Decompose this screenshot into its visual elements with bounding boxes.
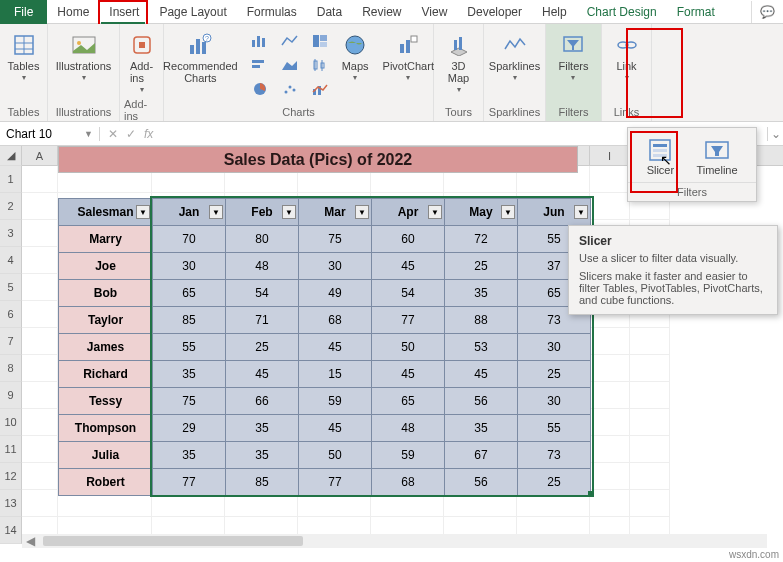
data-cell[interactable]: 72 <box>445 226 518 253</box>
salesman-cell[interactable]: Bob <box>59 280 153 307</box>
fx-icon[interactable]: fx <box>144 127 153 141</box>
cancel-fx-icon[interactable]: ✕ <box>108 127 118 141</box>
table-header[interactable]: Apr▼ <box>372 199 445 226</box>
grid-cell[interactable] <box>22 409 58 436</box>
name-box[interactable]: Chart 10 ▼ <box>0 127 100 141</box>
data-cell[interactable]: 35 <box>445 415 518 442</box>
data-cell[interactable]: 45 <box>372 361 445 388</box>
table-header[interactable]: Feb▼ <box>226 199 299 226</box>
table-header[interactable]: Jan▼ <box>153 199 226 226</box>
grid-cell[interactable] <box>22 220 58 247</box>
filters-button[interactable]: Filters <box>553 30 595 84</box>
link-button[interactable]: Link <box>608 30 646 84</box>
data-cell[interactable]: 55 <box>518 415 591 442</box>
data-cell[interactable]: 50 <box>372 334 445 361</box>
3dmap-button[interactable]: 3D Map <box>440 30 478 96</box>
grid-cell[interactable] <box>22 382 58 409</box>
salesman-cell[interactable]: James <box>59 334 153 361</box>
data-cell[interactable]: 77 <box>372 307 445 334</box>
grid-cell[interactable] <box>22 166 58 193</box>
row-header[interactable]: 5 <box>0 274 22 301</box>
filter-dropdown-icon[interactable]: ▼ <box>574 205 588 219</box>
data-cell[interactable]: 35 <box>445 280 518 307</box>
tab-help[interactable]: Help <box>532 0 577 24</box>
data-cell[interactable]: 50 <box>299 442 372 469</box>
grid-cell[interactable] <box>590 193 630 220</box>
grid-cell[interactable] <box>22 490 58 517</box>
stat-chart-icon[interactable] <box>306 54 334 76</box>
data-cell[interactable]: 67 <box>445 442 518 469</box>
data-cell[interactable]: 54 <box>372 280 445 307</box>
data-cell[interactable]: 75 <box>299 226 372 253</box>
salesman-cell[interactable]: Taylor <box>59 307 153 334</box>
addins-button[interactable]: Add- ins <box>123 30 161 96</box>
data-cell[interactable]: 35 <box>153 442 226 469</box>
data-cell[interactable]: 29 <box>153 415 226 442</box>
enter-fx-icon[interactable]: ✓ <box>126 127 136 141</box>
data-cell[interactable]: 60 <box>372 226 445 253</box>
data-cell[interactable]: 53 <box>445 334 518 361</box>
data-cell[interactable]: 30 <box>299 253 372 280</box>
timeline-button[interactable]: Timeline <box>692 136 741 178</box>
grid-cell[interactable] <box>590 166 630 193</box>
comments-icon[interactable]: 💬 <box>751 1 783 23</box>
hbar-chart-icon[interactable] <box>246 54 274 76</box>
data-cell[interactable]: 25 <box>445 253 518 280</box>
combo-chart-icon[interactable] <box>306 78 334 100</box>
grid-cell[interactable] <box>22 328 58 355</box>
row-header[interactable]: 8 <box>0 355 22 382</box>
grid-cell[interactable] <box>590 436 630 463</box>
col-header-I[interactable]: I <box>590 146 630 165</box>
data-cell[interactable]: 77 <box>153 469 226 496</box>
tab-format[interactable]: Format <box>667 0 725 24</box>
grid-cell[interactable] <box>22 436 58 463</box>
grid-cell[interactable] <box>22 274 58 301</box>
data-cell[interactable]: 45 <box>372 253 445 280</box>
row-header[interactable]: 4 <box>0 247 22 274</box>
row-header[interactable]: 1 <box>0 166 22 193</box>
tab-view[interactable]: View <box>412 0 458 24</box>
data-cell[interactable]: 77 <box>299 469 372 496</box>
data-cell[interactable]: 49 <box>299 280 372 307</box>
data-cell[interactable]: 65 <box>372 388 445 415</box>
row-header[interactable]: 9 <box>0 382 22 409</box>
table-header[interactable]: May▼ <box>445 199 518 226</box>
data-cell[interactable]: 71 <box>226 307 299 334</box>
row-header[interactable]: 11 <box>0 436 22 463</box>
salesman-cell[interactable]: Robert <box>59 469 153 496</box>
data-cell[interactable]: 35 <box>153 361 226 388</box>
filter-dropdown-icon[interactable]: ▼ <box>428 205 442 219</box>
data-cell[interactable]: 59 <box>372 442 445 469</box>
row-header[interactable]: 6 <box>0 301 22 328</box>
area-chart-icon[interactable] <box>276 54 304 76</box>
line-chart-icon[interactable] <box>276 30 304 52</box>
pie-chart-icon[interactable] <box>246 78 274 100</box>
maps-button[interactable]: Maps <box>336 30 375 84</box>
grid-cell[interactable] <box>630 490 670 517</box>
col-header-A[interactable]: A <box>22 146 58 165</box>
row-header[interactable]: 13 <box>0 490 22 517</box>
table-header[interactable]: Mar▼ <box>299 199 372 226</box>
data-cell[interactable]: 80 <box>226 226 299 253</box>
bar-chart-icon[interactable] <box>246 30 274 52</box>
data-cell[interactable]: 56 <box>445 388 518 415</box>
tab-review[interactable]: Review <box>352 0 411 24</box>
grid-cell[interactable] <box>22 463 58 490</box>
scrollbar-thumb[interactable] <box>43 536 303 546</box>
scroll-left-icon[interactable]: ◀ <box>22 534 39 548</box>
data-cell[interactable]: 25 <box>518 361 591 388</box>
data-cell[interactable]: 45 <box>299 415 372 442</box>
grid-cell[interactable] <box>22 301 58 328</box>
data-cell[interactable]: 68 <box>299 307 372 334</box>
salesman-cell[interactable]: Joe <box>59 253 153 280</box>
grid-cell[interactable] <box>630 436 670 463</box>
filter-dropdown-icon[interactable]: ▼ <box>282 205 296 219</box>
tab-home[interactable]: Home <box>47 0 99 24</box>
tab-data[interactable]: Data <box>307 0 352 24</box>
table-header[interactable]: Salesman▼ <box>59 199 153 226</box>
data-cell[interactable]: 48 <box>372 415 445 442</box>
row-header[interactable]: 7 <box>0 328 22 355</box>
grid-cell[interactable] <box>590 382 630 409</box>
data-cell[interactable]: 85 <box>226 469 299 496</box>
grid-cell[interactable] <box>630 463 670 490</box>
